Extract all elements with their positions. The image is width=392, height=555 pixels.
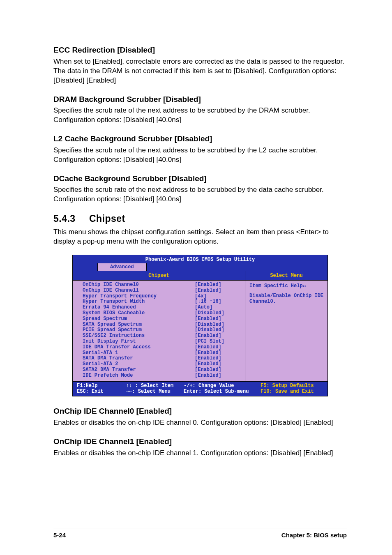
help-arrow-icon bbox=[303, 283, 306, 289]
bios-help-body: Item Specific Help Disable/Enable OnChip… bbox=[245, 281, 327, 307]
bios-setting-row[interactable]: SATA Spread Spectrum[Disabled] bbox=[81, 322, 242, 328]
bios-setting-label: Spread Spectrum bbox=[81, 316, 193, 322]
bios-setting-label: SATA DMA Transfer bbox=[81, 356, 193, 362]
bios-setting-label: Errata 94 Enhanced bbox=[81, 305, 193, 311]
bios-setting-row[interactable]: SATA DMA Transfer[Enabled] bbox=[81, 356, 242, 362]
hint-enter-submenu: Enter: Select Sub-menu bbox=[184, 389, 261, 394]
bios-setting-row[interactable]: Spread Spectrum[Enabled] bbox=[81, 316, 242, 322]
bios-setting-label: OnChip IDE Channel1 bbox=[81, 288, 193, 294]
bios-right-heading: Select Menu bbox=[245, 271, 327, 281]
heading-l2-scrubber: L2 Cache Background Scrubber [Disabled] bbox=[53, 134, 347, 144]
bios-footer-row-1: F1:Help ↑↓ : Select Item -/+: Change Val… bbox=[77, 383, 324, 389]
bios-setting-label: IDE Prefetch Mode bbox=[81, 373, 193, 379]
section-onchip-ide0: OnChip IDE Channel0 [Enabled] Enables or… bbox=[53, 406, 347, 428]
section-dcache-scrubber: DCache Background Scrubber [Disabled] Sp… bbox=[53, 174, 347, 205]
bios-setting-row[interactable]: OnChip IDE Channel1[Enabled] bbox=[81, 288, 242, 294]
bios-setting-label: Serial-ATA 1 bbox=[81, 350, 193, 356]
hint-change-value: -/+: Change Value bbox=[184, 383, 261, 389]
bios-setting-value: [Disabled] bbox=[193, 327, 242, 333]
body-ecc-redirection: When set to [Enabled], correctable error… bbox=[53, 57, 347, 85]
bios-setting-value: [Enabled] bbox=[193, 367, 242, 373]
heading-dram-scrubber: DRAM Background Scrubber [Disabled] bbox=[53, 94, 347, 105]
bios-setting-label: PCIE Spread Spectrum bbox=[81, 327, 193, 333]
heading-onchip-ide1: OnChip IDE Channel1 [Enabled] bbox=[53, 437, 347, 447]
hint-f5-defaults: F5: Setup Defaults bbox=[261, 383, 324, 389]
section-onchip-ide1: OnChip IDE Channel1 [Enabled] Enables or… bbox=[53, 437, 347, 458]
hint-f10-save: F10: Save and Exit bbox=[261, 389, 324, 394]
bios-setting-row[interactable]: SATA2 DMA Transfer[Enabled] bbox=[81, 367, 242, 373]
bios-screenshot: Phoenix-Award BIOS CMOS Setup Utility Ad… bbox=[72, 255, 328, 396]
hint-f1-help: F1:Help bbox=[77, 383, 126, 389]
bios-panels: Chipset OnChip IDE Channel0[Enabled]OnCh… bbox=[73, 271, 327, 381]
bios-left-panel: Chipset OnChip IDE Channel0[Enabled]OnCh… bbox=[73, 271, 245, 381]
heading-ecc-redirection: ECC Redirection [Disabled] bbox=[53, 45, 347, 55]
bios-setting-label: Hyper Transport Frequency bbox=[81, 294, 193, 299]
body-dcache-scrubber: Specifies the scrub rate of the next add… bbox=[53, 185, 347, 204]
bios-setting-label: SSE/SSE2 Instructions bbox=[81, 333, 193, 339]
bios-setting-row[interactable]: SSE/SSE2 Instructions[Enabled] bbox=[81, 333, 242, 339]
bios-setting-label: Serial-ATA 2 bbox=[81, 362, 193, 367]
body-l2-scrubber: Specifies the scrub rate of the next add… bbox=[53, 146, 347, 165]
bios-footer: F1:Help ↑↓ : Select Item -/+: Change Val… bbox=[73, 381, 327, 396]
bios-setting-label: SATA Spread Spectrum bbox=[81, 322, 193, 328]
bios-setting-value: [Enabled] bbox=[193, 373, 242, 379]
bios-setting-value: [Auto] bbox=[193, 305, 242, 311]
hint-esc-exit: ESC: Exit bbox=[77, 389, 126, 394]
bios-left-heading: Chipset bbox=[73, 271, 245, 281]
bios-help-title: Item Specific Help bbox=[249, 283, 324, 289]
bios-setting-row[interactable]: Init Display First[PCI Slot] bbox=[81, 339, 242, 345]
chapter-heading: 5.4.3 Chipset bbox=[53, 213, 347, 224]
bios-settings-body: OnChip IDE Channel0[Enabled]OnChip IDE C… bbox=[73, 281, 245, 381]
bios-settings-table: OnChip IDE Channel0[Enabled]OnChip IDE C… bbox=[81, 282, 242, 379]
page: ECC Redirection [Disabled] When set to [… bbox=[0, 0, 392, 555]
bios-setting-label: Hyper Transport Width bbox=[81, 299, 193, 305]
hint-select-item: ↑↓ : Select Item bbox=[126, 383, 184, 389]
page-number: 5-24 bbox=[53, 532, 66, 539]
bios-setting-value: [Enabled] bbox=[193, 316, 242, 322]
bios-setting-label: Init Display First bbox=[81, 339, 193, 345]
bios-setting-value: [Disabled] bbox=[193, 322, 242, 328]
bios-setting-value: [PCI Slot] bbox=[193, 339, 242, 345]
bios-setting-row[interactable]: Hyper Transport Width[↓16 ↑16] bbox=[81, 299, 242, 305]
bios-right-panel: Select Menu Item Specific Help Disable/E… bbox=[245, 271, 327, 381]
bios-setting-value: [Enabled] bbox=[193, 345, 242, 350]
bios-setting-row[interactable]: Serial-ATA 2[Enabled] bbox=[81, 362, 242, 367]
bios-tab-advanced[interactable]: Advanced bbox=[97, 263, 147, 271]
bios-setting-row[interactable]: Errata 94 Enhanced[Auto] bbox=[81, 305, 242, 311]
bios-setting-row[interactable]: IDE DMA Transfer Access[Enabled] bbox=[81, 345, 242, 350]
bios-setting-label: OnChip IDE Channel0 bbox=[81, 282, 193, 288]
bios-setting-value: [Enabled] bbox=[193, 288, 242, 294]
bios-help-title-text: Item Specific Help bbox=[249, 283, 303, 289]
bios-setting-value: [Enabled] bbox=[193, 350, 242, 356]
bios-setting-value: [Enabled] bbox=[193, 362, 242, 367]
chapter-number: 5.4.3 bbox=[53, 213, 86, 224]
bios-setting-row[interactable]: System BIOS Cacheable[Disabled] bbox=[81, 311, 242, 316]
bios-setting-label: SATA2 DMA Transfer bbox=[81, 367, 193, 373]
bios-setting-value: [Enabled] bbox=[193, 282, 242, 288]
bios-setting-value: [Enabled] bbox=[193, 333, 242, 339]
bios-footer-row-2: ESC: Exit →←: Select Menu Enter: Select … bbox=[77, 389, 324, 394]
section-ecc-redirection: ECC Redirection [Disabled] When set to [… bbox=[53, 45, 347, 85]
bios-setting-row[interactable]: PCIE Spread Spectrum[Disabled] bbox=[81, 327, 242, 333]
heading-dcache-scrubber: DCache Background Scrubber [Disabled] bbox=[53, 174, 347, 184]
bios-setting-value: [Enabled] bbox=[193, 356, 242, 362]
bios-setting-value: [4x] bbox=[193, 294, 242, 299]
bios-setting-label: IDE DMA Transfer Access bbox=[81, 345, 193, 350]
bios-setting-row[interactable]: OnChip IDE Channel0[Enabled] bbox=[81, 282, 242, 288]
body-onchip-ide0: Enables or disables the on-chip IDE chan… bbox=[53, 418, 347, 428]
bios-setting-label: System BIOS Cacheable bbox=[81, 311, 193, 316]
page-chapter-label: Chapter 5: BIOS setup bbox=[281, 532, 347, 539]
bios-setting-value: [↓16 ↑16] bbox=[193, 299, 242, 305]
bios-setting-value: [Disabled] bbox=[193, 311, 242, 316]
bios-menu-bar: Advanced bbox=[73, 263, 327, 271]
hint-select-menu: →←: Select Menu bbox=[126, 389, 184, 394]
bios-setting-row[interactable]: Hyper Transport Frequency[4x] bbox=[81, 294, 242, 299]
bios-setting-row[interactable]: IDE Prefetch Mode[Enabled] bbox=[81, 373, 242, 379]
heading-onchip-ide0: OnChip IDE Channel0 [Enabled] bbox=[53, 406, 347, 417]
bios-setting-row[interactable]: Serial-ATA 1[Enabled] bbox=[81, 350, 242, 356]
chapter-title: Chipset bbox=[89, 213, 125, 224]
bios-title-bar: Phoenix-Award BIOS CMOS Setup Utility Ad… bbox=[73, 255, 327, 271]
section-l2-scrubber: L2 Cache Background Scrubber [Disabled] … bbox=[53, 134, 347, 165]
chapter-intro: This menu shows the chipset configuratio… bbox=[53, 228, 347, 246]
body-dram-scrubber: Specifies the scrub rate of the next add… bbox=[53, 106, 347, 125]
